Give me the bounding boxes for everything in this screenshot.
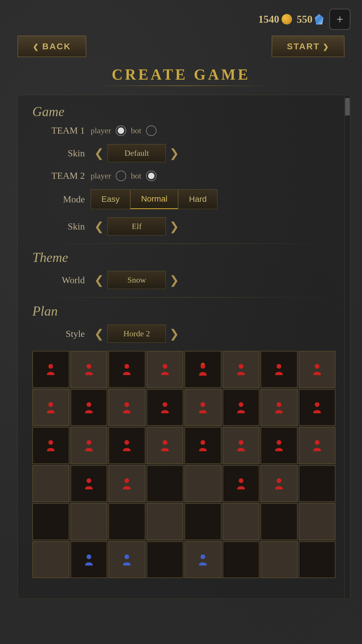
svg-point-51 — [87, 478, 91, 483]
grid-cell — [299, 351, 336, 388]
team1-bot-label: bot — [131, 126, 141, 135]
currency-group: 1540 550 — [258, 13, 324, 25]
team2-skin-next-button[interactable]: ❯ — [166, 220, 183, 233]
grid-cell — [147, 389, 184, 426]
gold-currency: 1540 — [258, 13, 292, 25]
grid-cell — [184, 389, 222, 426]
grid-cell — [108, 427, 145, 464]
style-next-button[interactable]: ❯ — [166, 327, 183, 341]
game-section-header: Game — [32, 104, 335, 119]
plan-grid — [32, 351, 335, 578]
team2-skin-selector: ❮ Elf ❯ — [91, 217, 183, 235]
grid-cell — [147, 351, 184, 388]
svg-point-41 — [163, 440, 167, 445]
nav-row: BACK START — [0, 33, 362, 60]
svg-point-12 — [202, 363, 204, 364]
grid-cell — [71, 465, 108, 502]
grid-cell — [108, 465, 145, 502]
grid-cell — [32, 427, 69, 464]
style-value: Horde 2 — [108, 325, 166, 343]
team2-player-radio[interactable] — [116, 171, 126, 181]
grid-cell — [147, 465, 184, 502]
grid-cell — [71, 503, 108, 540]
grid-cell — [299, 503, 336, 540]
style-row: Style ❮ Horde 2 ❯ — [32, 325, 335, 343]
start-arrow-icon — [323, 41, 329, 51]
grid-cell — [71, 427, 108, 464]
mode-normal-button[interactable]: Normal — [130, 189, 178, 209]
back-button[interactable]: BACK — [17, 36, 86, 57]
grid-cell — [108, 351, 145, 388]
coin-icon — [282, 14, 292, 24]
team1-skin-next-button[interactable]: ❯ — [166, 146, 183, 160]
title-underline — [94, 85, 268, 86]
svg-point-55 — [239, 478, 243, 483]
team2-bot-radio[interactable] — [146, 171, 157, 181]
svg-point-37 — [87, 440, 91, 445]
scrollbar[interactable] — [344, 95, 350, 598]
grid-cell — [223, 389, 260, 426]
grid-cell — [32, 541, 69, 578]
scrollbar-thumb[interactable] — [345, 98, 350, 116]
svg-point-15 — [277, 364, 281, 369]
team2-skin-label: Skin — [32, 221, 85, 232]
team2-skin-prev-button[interactable]: ❮ — [91, 220, 108, 233]
world-next-button[interactable]: ❯ — [166, 273, 183, 287]
team1-skin-prev-button[interactable]: ❮ — [91, 146, 108, 160]
grid-cell — [261, 541, 298, 578]
grid-cell — [261, 427, 298, 464]
team1-bot-radio[interactable] — [146, 125, 157, 136]
section-divider-1 — [32, 244, 335, 244]
team1-row: TEAM 1 player bot — [32, 125, 335, 136]
svg-point-57 — [277, 478, 281, 483]
svg-point-45 — [239, 440, 243, 445]
world-selector: ❮ Snow ❯ — [91, 271, 183, 289]
svg-point-31 — [277, 402, 281, 407]
page-title: CREATE GAME — [0, 60, 362, 83]
add-currency-button[interactable]: + — [329, 9, 350, 30]
team2-skin-value: Elf — [108, 217, 166, 235]
team2-player-label: player — [91, 171, 111, 181]
section-divider-2 — [32, 297, 335, 298]
grid-cell — [223, 541, 260, 578]
svg-point-49 — [315, 440, 319, 445]
svg-point-21 — [87, 402, 91, 407]
mode-easy-button[interactable]: Easy — [91, 189, 130, 209]
grid-cell — [108, 389, 145, 426]
svg-point-23 — [124, 402, 129, 407]
grid-cell — [147, 503, 184, 540]
svg-point-17 — [315, 364, 319, 369]
gold-amount: 1540 — [258, 13, 279, 25]
team1-player-radio[interactable] — [116, 125, 126, 136]
grid-cell — [147, 427, 184, 464]
svg-point-59 — [87, 554, 91, 559]
style-prev-button[interactable]: ❮ — [91, 327, 108, 341]
team1-skin-label: Skin — [32, 148, 85, 159]
grid-cell — [32, 351, 69, 388]
grid-cell — [184, 427, 222, 464]
svg-point-2 — [87, 364, 91, 369]
grid-cell — [299, 541, 336, 578]
grid-cell — [299, 389, 336, 426]
team2-bot-label: bot — [131, 171, 141, 181]
grid-cell — [32, 503, 69, 540]
world-prev-button[interactable]: ❮ — [91, 273, 108, 287]
mode-hard-button[interactable]: Hard — [178, 189, 217, 209]
grid-cell — [223, 503, 260, 540]
gem-icon — [315, 14, 324, 24]
team2-row: TEAM 2 player bot — [32, 170, 335, 181]
mode-row: Mode Easy Normal Hard — [32, 189, 335, 209]
svg-point-25 — [163, 402, 167, 407]
plan-section-header: Plan — [32, 303, 335, 319]
svg-point-19 — [48, 402, 53, 407]
grid-cell — [261, 503, 298, 540]
grid-cell — [32, 465, 69, 502]
svg-point-27 — [201, 402, 205, 407]
start-button[interactable]: START — [272, 36, 345, 57]
svg-point-53 — [124, 478, 129, 483]
svg-point-13 — [239, 364, 243, 369]
grid-cell — [71, 351, 108, 388]
grid-cell — [184, 351, 222, 388]
world-value: Snow — [108, 271, 166, 289]
svg-point-4 — [124, 364, 129, 369]
